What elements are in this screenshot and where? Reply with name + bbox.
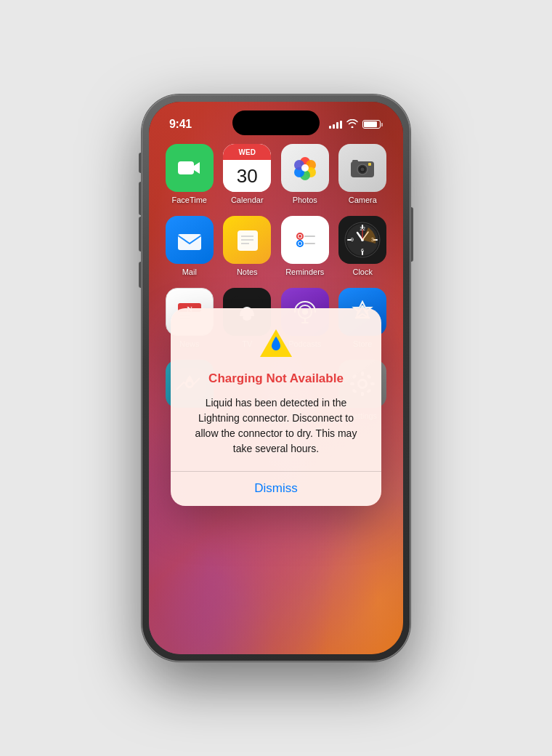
alert-warning-icon — [258, 326, 294, 362]
power-button[interactable] — [410, 207, 413, 260]
phone-screen: 9:41 — [149, 102, 403, 654]
alert-title: Charging Not Available — [208, 371, 344, 387]
alert-content: Charging Not Available Liquid has been d… — [171, 308, 381, 471]
volume-down-button[interactable] — [139, 217, 142, 243]
alert-message: Liquid has been detected in the Lightnin… — [188, 395, 364, 457]
silent-switch[interactable] — [139, 153, 142, 173]
alert-overlay: Charging Not Available Liquid has been d… — [149, 102, 403, 654]
alert-dismiss-button[interactable]: Dismiss — [171, 471, 381, 506]
phone-container: 9:41 — [142, 94, 410, 662]
volume-up-button[interactable] — [139, 182, 142, 208]
alert-box: Charging Not Available Liquid has been d… — [171, 308, 381, 507]
